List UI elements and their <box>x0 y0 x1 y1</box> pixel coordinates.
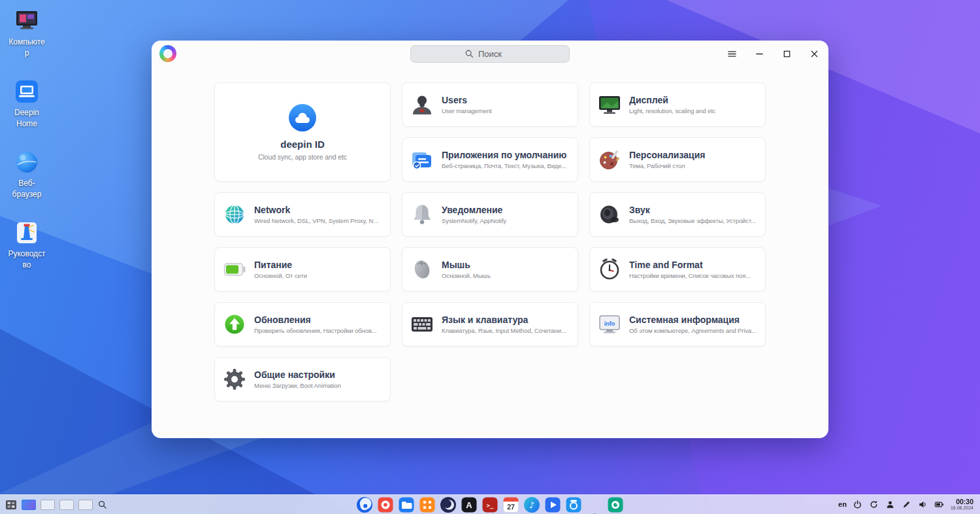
card-subtitle: Wired Network, DSL, VPN, System Proxy, N… <box>254 217 382 224</box>
dock-app-movie[interactable] <box>544 496 561 513</box>
card-subtitle: Cloud sync, app store and etc <box>258 153 347 161</box>
settings-grid-area: deepin ID Cloud sync, app store and etc … <box>152 67 828 438</box>
desktop-icon-deepin-home[interactable]: Deepin Home <box>5 78 48 129</box>
minimize-button[interactable] <box>754 48 764 59</box>
settings-card-display[interactable]: Дисплей Light, resolution, scaling and e… <box>589 82 766 127</box>
dock-app-software-center[interactable] <box>419 496 436 513</box>
clock-icon <box>598 258 621 281</box>
dock-app-calendar[interactable]: 27 <box>502 496 519 513</box>
card-subtitle: User management <box>442 107 492 114</box>
settings-card-deepin-id[interactable]: deepin ID Cloud sync, app store and etc <box>214 82 391 182</box>
volume-icon[interactable] <box>918 499 928 509</box>
battery-icon <box>223 258 246 281</box>
keyboard-layout-indicator[interactable]: en <box>838 500 847 508</box>
manual-icon <box>14 220 40 246</box>
search-icon <box>465 49 474 58</box>
desktop-icon-manual[interactable]: Руководство <box>5 220 48 271</box>
menu-button[interactable] <box>727 48 737 59</box>
card-text: Time and Format Настройки времени, Списо… <box>629 260 751 279</box>
card-text: Приложения по умолчанию Веб-страница, По… <box>442 150 566 169</box>
mouse-icon <box>410 258 434 281</box>
text-editor-icon: A <box>461 496 478 513</box>
music-note-glyph: ♪ <box>529 500 534 510</box>
dock-app-music[interactable]: ♪ <box>523 496 540 513</box>
calendar-day: 27 <box>507 502 515 510</box>
power-icon[interactable] <box>853 499 863 509</box>
dock-app-image-viewer[interactable] <box>607 496 624 513</box>
card-title: Network <box>254 205 382 215</box>
card-title: Приложения по умолчанию <box>442 150 566 160</box>
gear-icon <box>223 368 246 391</box>
workspace-thumbnail-2[interactable] <box>41 500 55 510</box>
minimize-icon <box>755 50 764 58</box>
clock[interactable]: 00:30 16.08.2024 <box>951 498 973 511</box>
settings-card-network[interactable]: Network Wired Network, DSL, VPN, System … <box>214 192 391 237</box>
settings-card-users[interactable]: Users User management <box>402 82 578 127</box>
card-subtitle: Основной, От сети <box>254 272 307 279</box>
settings-card-updates[interactable]: Обновления Проверить обновления, Настрой… <box>214 302 391 347</box>
dock-apps: A >_ 27 ♪ <box>356 496 624 513</box>
dock-app-app-store[interactable] <box>377 496 394 513</box>
close-icon <box>810 50 819 58</box>
dock-app-deepin[interactable] <box>356 496 373 513</box>
settings-card-mouse[interactable]: Мышь Основной, Мышь <box>402 247 578 292</box>
desktop-icon-web-browser[interactable]: Веб-браузер <box>5 149 48 200</box>
computer-icon <box>14 8 40 34</box>
settings-card-power[interactable]: Питание Основной, От сети <box>214 247 391 292</box>
taskbar-search-icon[interactable] <box>97 500 107 509</box>
user-icon[interactable] <box>885 499 896 509</box>
close-button[interactable] <box>809 48 819 59</box>
menu-icon <box>728 50 736 58</box>
edit-pen-icon[interactable] <box>902 499 912 509</box>
settings-card-keyboard-language[interactable]: Язык и клавиатура Клавиатура, Язык, Inpu… <box>402 302 578 347</box>
settings-card-time-format[interactable]: Time and Format Настройки времени, Списо… <box>589 247 766 292</box>
titlebar[interactable] <box>152 41 828 67</box>
dock-app-text-editor[interactable]: A <box>461 496 478 513</box>
card-subtitle: SystemNotify, AppNotify <box>442 217 506 224</box>
search-input[interactable] <box>410 45 570 63</box>
settings-card-system-info[interactable]: info Системная информация Об этом компью… <box>589 302 766 347</box>
dock-app-control-center[interactable] <box>586 496 603 513</box>
card-title: deepin ID <box>258 139 347 150</box>
card-title: Язык и клавиатура <box>442 315 566 325</box>
card-subtitle: Основной, Мышь <box>442 272 491 279</box>
settings-card-default-apps[interactable]: Приложения по умолчанию Веб-страница, По… <box>402 137 578 182</box>
file-manager-icon <box>398 496 415 513</box>
settings-card-personalization[interactable]: Персонализация Тема, Рабочий стол <box>589 137 766 182</box>
notification-bell-icon <box>410 203 434 226</box>
card-title: Users <box>442 95 492 105</box>
card-subtitle: Меню Загрузки, Boot Animation <box>254 382 341 389</box>
personalization-icon <box>598 148 621 171</box>
sound-speaker-icon <box>598 203 621 226</box>
dock-app-screen-capture[interactable] <box>565 496 582 513</box>
settings-card-sound[interactable]: Звук Выход, Вход, Звуковые эффекты, Устр… <box>589 192 766 237</box>
card-title: Общие настройки <box>254 369 341 380</box>
settings-grid: deepin ID Cloud sync, app store and etc … <box>214 82 766 402</box>
card-subtitle: Веб-страница, Почта, Текст, Музыка, Виде… <box>442 162 566 169</box>
desktop-icon-computer[interactable]: Компьютер <box>5 8 48 59</box>
card-title: Обновления <box>254 315 376 325</box>
movie-play-icon <box>544 496 561 513</box>
software-center-icon <box>419 496 436 513</box>
workspace-thumbnail-3[interactable] <box>59 500 74 510</box>
card-subtitle: Light, resolution, scaling and etc <box>629 107 715 114</box>
maximize-button[interactable] <box>781 48 792 59</box>
settings-card-notification[interactable]: Уведомление SystemNotify, AppNotify <box>402 192 578 237</box>
card-title: Уведомление <box>442 205 506 215</box>
taskbar: A >_ 27 ♪ <box>0 494 980 514</box>
card-text: Мышь Основной, Мышь <box>442 260 491 279</box>
workspace-thumbnail-1[interactable] <box>22 500 36 510</box>
deepin-home-icon <box>14 78 40 105</box>
search-box[interactable] <box>410 45 570 63</box>
desktop-icon-label: Компьютер <box>7 37 46 59</box>
workspace-thumbnail-4[interactable] <box>78 500 93 510</box>
dock-app-browser[interactable] <box>440 496 457 513</box>
sync-icon[interactable] <box>869 499 879 509</box>
dock-app-file-manager[interactable] <box>398 496 415 513</box>
music-icon: ♪ <box>523 496 540 513</box>
keyboard-icon <box>410 313 434 336</box>
multitasking-view-icon[interactable] <box>5 499 17 511</box>
settings-card-general[interactable]: Общие настройки Меню Загрузки, Boot Anim… <box>214 357 391 402</box>
tray-battery-icon[interactable] <box>934 499 945 509</box>
dock-app-terminal[interactable]: >_ <box>482 496 498 513</box>
